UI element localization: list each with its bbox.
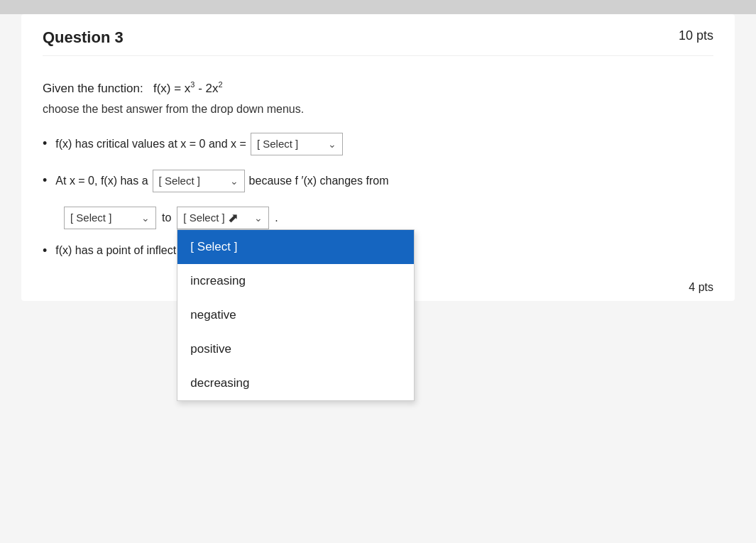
- bullet1-chevron-icon: ⌄: [322, 138, 336, 150]
- to-label: to: [162, 212, 171, 224]
- inline-select2-label: [ Select ]: [183, 212, 224, 224]
- dropdown-item-negative[interactable]: negative: [177, 298, 414, 332]
- bullet-item-2: At x = 0, f(x) has a [ Select ] ⌄ becaus…: [43, 170, 713, 192]
- function-line: Given the function: f(x) = x3 - 2x2: [43, 80, 713, 96]
- period: .: [275, 212, 278, 224]
- inline-select1[interactable]: [ Select ] ⌄: [64, 207, 156, 229]
- dropdown-item-positive[interactable]: positive: [177, 332, 414, 366]
- inline-select2[interactable]: [ Select ] ⬈ ⌄: [177, 207, 269, 229]
- question-box: Question 3 10 pts Given the function: f(…: [21, 14, 735, 301]
- dropdown-menu: [ Select ] increasing negative positive …: [177, 229, 415, 401]
- inline-row: [ Select ] ⌄ to [ Select ] ⬈ ⌄ [ Select …: [64, 207, 713, 229]
- question-pts: 10 pts: [679, 28, 713, 43]
- next-question-pts: 4 pts: [689, 281, 713, 293]
- cursor-icon: ⬈: [228, 210, 239, 226]
- dropdown-item-decreasing[interactable]: decreasing: [177, 366, 414, 400]
- inline-select1-chevron-icon: ⌄: [136, 212, 150, 224]
- question-header: Question 3 10 pts: [43, 28, 713, 56]
- bullet2-text-before: At x = 0, f(x) has a: [55, 175, 148, 187]
- bullet1-text: f(x) has critical values at x = 0 and x …: [55, 138, 246, 150]
- bottom-bar: 4 pts: [689, 274, 713, 301]
- question-title: Question 3: [43, 28, 124, 47]
- bullet2-chevron-icon: ⌄: [224, 175, 239, 187]
- dropdown-item-increasing[interactable]: increasing: [177, 264, 414, 298]
- inline-select1-label: [ Select ]: [70, 212, 111, 224]
- function-text: Given the function:: [43, 82, 143, 95]
- inline-select2-chevron-icon: ⌄: [248, 212, 263, 224]
- bullet1-select[interactable]: [ Select ] ⌄: [251, 133, 343, 155]
- function-expr: f(x) = x3 - 2x2: [153, 82, 223, 95]
- instruction-line: choose the best answer from the drop dow…: [43, 103, 713, 116]
- question-body: Given the function: f(x) = x3 - 2x2 choo…: [43, 73, 713, 280]
- page-container: Question 3 10 pts Given the function: f(…: [0, 14, 756, 543]
- bullet1-select-label: [ Select ]: [257, 138, 298, 150]
- inline-select2-container: [ Select ] ⬈ ⌄ [ Select ] increasing neg…: [177, 207, 269, 229]
- dropdown-item-select[interactable]: [ Select ]: [177, 230, 414, 264]
- bullet2-select[interactable]: [ Select ] ⌄: [153, 170, 245, 192]
- bullet2-text-after: because f ′(x) changes from: [249, 175, 389, 187]
- bullet2-select-label: [ Select ]: [159, 175, 200, 187]
- bullet-item-1: f(x) has critical values at x = 0 and x …: [43, 133, 713, 155]
